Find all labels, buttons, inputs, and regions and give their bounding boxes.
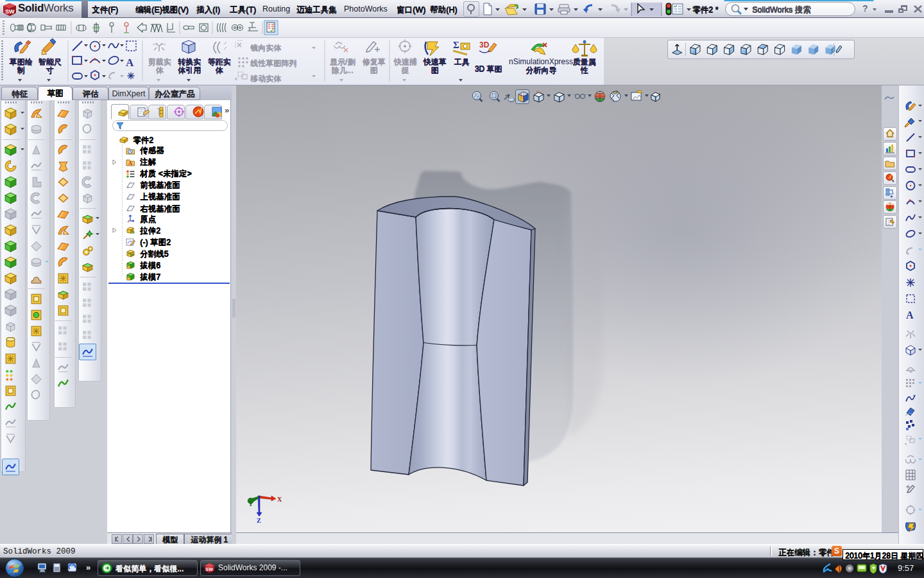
svg-text:A: A <box>128 160 133 166</box>
svg-text:Y: Y <box>248 500 253 507</box>
svg-text:3D: 3D <box>479 40 490 49</box>
svg-text:Z: Z <box>257 517 261 524</box>
svg-text:SW: SW <box>206 567 214 572</box>
svg-text:A: A <box>906 310 914 320</box>
svg-text:X: X <box>277 496 282 503</box>
svg-text:»: » <box>86 563 90 572</box>
svg-text:SW: SW <box>5 8 15 15</box>
svg-text:Σ: Σ <box>453 40 459 50</box>
svg-text:A: A <box>126 57 134 69</box>
